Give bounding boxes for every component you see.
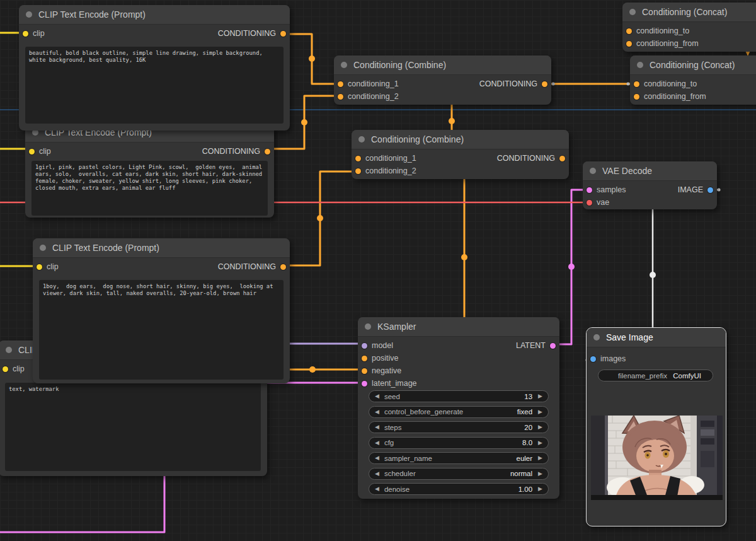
node-title-bar[interactable]: Conditioning (Concat) [630, 55, 756, 75]
slot-label: conditioning_to [636, 26, 689, 35]
slot-label: LATENT [516, 341, 546, 350]
increment-arrow-icon[interactable]: ▶ [538, 471, 542, 477]
node-clip-text-encode-2[interactable]: CLIP Text Encode (Prompt) clip CONDITION… [25, 123, 274, 218]
widget-value: euler [517, 455, 533, 462]
collapse-dot-icon[interactable] [593, 334, 600, 340]
increment-arrow-icon[interactable]: ▶ [538, 440, 542, 446]
input-slot-conditioning-from[interactable]: conditioning_from [634, 92, 706, 101]
image-slot-icon [707, 187, 713, 193]
widget-control-before-generate[interactable]: ◀ control_before_generate fixed ▶ [369, 406, 549, 418]
conditioning-slot-icon [634, 81, 639, 87]
collapse-dot-icon[interactable] [6, 347, 12, 353]
decrement-arrow-icon[interactable]: ◀ [375, 440, 379, 446]
increment-arrow-icon[interactable]: ▶ [538, 424, 542, 430]
node-title-bar[interactable]: CLIP Text Encode (Prompt) [19, 5, 290, 25]
node-save-image[interactable]: Save Image images filename_prefix ComfyU… [586, 327, 726, 526]
collapse-dot-icon[interactable] [365, 323, 371, 330]
output-slot-image[interactable]: IMAGE [678, 185, 713, 194]
output-slot-conditioning[interactable]: CONDITIONING [218, 29, 286, 38]
input-slot-vae[interactable]: vae [587, 198, 609, 207]
input-slot-negative[interactable]: negative [362, 366, 401, 375]
output-slot-conditioning[interactable]: CONDITIONING [218, 262, 286, 271]
node-title-bar[interactable]: Conditioning (Combine) [334, 55, 551, 75]
output-slot-latent[interactable]: LATENT [516, 341, 556, 350]
decrement-arrow-icon[interactable]: ◀ [375, 424, 379, 430]
collapse-dot-icon[interactable] [637, 62, 643, 68]
increment-arrow-icon[interactable]: ▶ [538, 486, 542, 492]
input-slot-samples[interactable]: samples [587, 185, 626, 194]
conditioning-slot-icon [559, 156, 565, 161]
node-conditioning-concat-2[interactable]: Conditioning (Concat) conditioning_to co… [630, 55, 756, 105]
input-slot-conditioning-1[interactable]: conditioning_1 [355, 154, 416, 163]
decrement-arrow-icon[interactable]: ◀ [375, 409, 379, 415]
widget-label: cfg [384, 439, 394, 446]
prompt-textarea[interactable]: text, watermark [5, 383, 261, 471]
node-conditioning-combine-1[interactable]: Conditioning (Combine) conditioning_1 CO… [334, 55, 551, 105]
prompt-textarea[interactable]: 1girl, pink, pastel colors, Light Pink, … [32, 161, 268, 216]
output-slot-conditioning[interactable]: CONDITIONING [479, 79, 547, 88]
input-slot-clip[interactable]: clip [37, 262, 59, 271]
graph-canvas[interactable]: CLIP Text Encode (Prompt) clip CONDITION… [0, 0, 756, 541]
decrement-arrow-icon[interactable]: ◀ [375, 455, 379, 461]
input-slot-conditioning-2[interactable]: conditioning_2 [338, 92, 399, 101]
decrement-arrow-icon[interactable]: ◀ [375, 471, 379, 477]
latent-slot-icon [587, 187, 592, 193]
conditioning-slot-icon [280, 31, 286, 37]
widget-scheduler[interactable]: ◀ scheduler normal ▶ [369, 468, 549, 480]
conditioning-slot-icon [265, 149, 270, 154]
conditioning-slot-icon [626, 41, 632, 47]
collapse-dot-icon[interactable] [341, 62, 347, 68]
output-slot-conditioning[interactable]: CONDITIONING [497, 154, 565, 163]
input-slot-conditioning-from[interactable]: conditioning_from [626, 39, 699, 48]
input-slot-positive[interactable]: positive [362, 354, 398, 363]
node-title-bar[interactable]: CLIP Text Encode (Prompt) [33, 238, 290, 258]
increment-arrow-icon[interactable]: ▶ [538, 393, 542, 399]
widget-seed[interactable]: ◀ seed 13 ▶ [369, 390, 549, 402]
node-title-bar[interactable]: Conditioning (Concat) [622, 3, 756, 22]
widget-denoise[interactable]: ◀ denoise 1.00 ▶ [369, 483, 549, 495]
node-title-bar[interactable]: Save Image [587, 328, 726, 347]
node-title-bar[interactable]: KSampler [358, 317, 559, 337]
widget-cfg[interactable]: ◀ cfg 8.0 ▶ [369, 437, 549, 449]
collapse-dot-icon[interactable] [40, 245, 46, 251]
node-title-bar[interactable]: Conditioning (Combine) [352, 130, 569, 149]
node-title-bar[interactable]: VAE Decode [583, 161, 717, 181]
collapse-dot-icon[interactable] [590, 168, 596, 174]
input-slot-conditioning-to[interactable]: conditioning_to [626, 26, 689, 35]
widget-steps[interactable]: ◀ steps 20 ▶ [369, 421, 549, 433]
node-clip-text-encode-3[interactable]: CLIP Text Encode (Prompt) clip CONDITION… [33, 238, 290, 383]
prompt-textarea[interactable]: 1boy, dog ears, dog nose, short hair, sk… [39, 280, 284, 380]
input-slot-model[interactable]: model [362, 341, 393, 350]
widget-label: seed [384, 393, 400, 400]
latent-slot-icon [550, 343, 556, 349]
node-conditioning-combine-2[interactable]: Conditioning (Combine) conditioning_1 CO… [352, 130, 569, 179]
node-ksampler[interactable]: KSampler model LATENT positive [358, 317, 559, 499]
prompt-textarea[interactable]: beautiful, bold black outline, simple li… [25, 47, 284, 124]
node-vae-decode[interactable]: VAE Decode samples IMAGE vae [583, 161, 717, 209]
node-title: Conditioning (Combine) [353, 60, 446, 70]
widget-filename-prefix[interactable]: filename_prefix ComfyUI [598, 369, 713, 381]
node-conditioning-concat-1[interactable]: Conditioning (Concat) conditioning_to co… [622, 3, 756, 52]
increment-arrow-icon[interactable]: ▶ [538, 455, 542, 461]
input-slot-clip[interactable]: clip [23, 29, 45, 38]
node-clip-text-encode-1[interactable]: CLIP Text Encode (Prompt) clip CONDITION… [19, 5, 290, 131]
widget-sampler-name[interactable]: ◀ sampler_name euler ▶ [369, 452, 549, 464]
decrement-arrow-icon[interactable]: ◀ [375, 486, 379, 492]
input-slot-clip[interactable]: clip [3, 364, 25, 373]
widget-value: 1.00 [518, 486, 532, 493]
input-slot-images[interactable]: images [590, 354, 626, 363]
input-slot-conditioning-to[interactable]: conditioning_to [634, 79, 697, 88]
increment-arrow-icon[interactable]: ▶ [538, 409, 542, 415]
link-clip1-to-combine1 [284, 34, 339, 84]
conditioning-slot-icon [362, 368, 367, 374]
input-slot-latent-image[interactable]: latent_image [362, 379, 417, 388]
input-slot-conditioning-2[interactable]: conditioning_2 [355, 166, 416, 175]
input-slot-conditioning-1[interactable]: conditioning_1 [338, 79, 399, 88]
decrement-arrow-icon[interactable]: ◀ [375, 393, 379, 399]
output-slot-conditioning[interactable]: CONDITIONING [202, 147, 270, 156]
collapse-dot-icon[interactable] [26, 11, 32, 18]
collapse-dot-icon[interactable] [629, 9, 636, 15]
input-slot-clip[interactable]: clip [29, 147, 51, 156]
collapse-dot-icon[interactable] [358, 136, 365, 143]
conditioning-slot-icon [338, 94, 343, 100]
